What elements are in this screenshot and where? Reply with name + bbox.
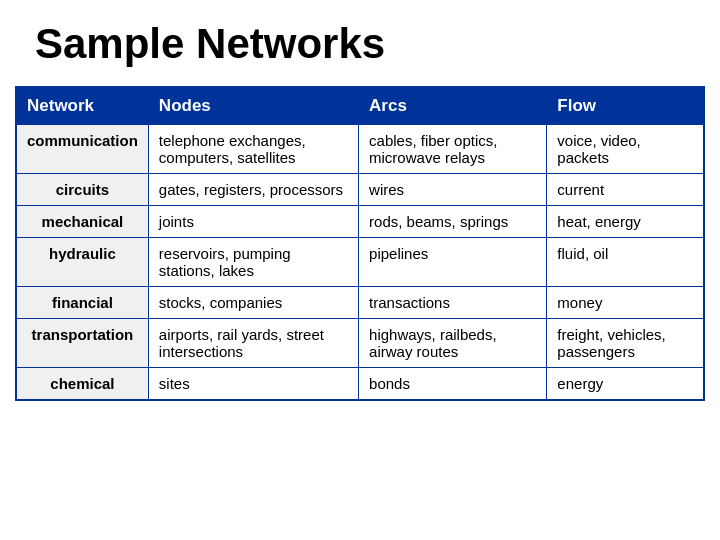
cell-flow: current xyxy=(547,174,704,206)
col-header-network: Network xyxy=(16,87,148,125)
table-row: circuitsgates, registers, processorswire… xyxy=(16,174,704,206)
col-header-nodes: Nodes xyxy=(148,87,358,125)
networks-table: Network Nodes Arcs Flow communicationtel… xyxy=(15,86,705,401)
page-title: Sample Networks xyxy=(15,20,385,68)
cell-network: hydraulic xyxy=(16,238,148,287)
cell-flow: voice, video, packets xyxy=(547,125,704,174)
cell-arcs: wires xyxy=(359,174,547,206)
cell-nodes: telephone exchanges, computers, satellit… xyxy=(148,125,358,174)
cell-nodes: reservoirs, pumping stations, lakes xyxy=(148,238,358,287)
cell-arcs: bonds xyxy=(359,368,547,401)
cell-flow: heat, energy xyxy=(547,206,704,238)
col-header-arcs: Arcs xyxy=(359,87,547,125)
cell-network: chemical xyxy=(16,368,148,401)
cell-nodes: airports, rail yards, street intersectio… xyxy=(148,319,358,368)
cell-nodes: stocks, companies xyxy=(148,287,358,319)
cell-network: mechanical xyxy=(16,206,148,238)
cell-flow: freight, vehicles, passengers xyxy=(547,319,704,368)
cell-flow: money xyxy=(547,287,704,319)
cell-nodes: gates, registers, processors xyxy=(148,174,358,206)
cell-network: circuits xyxy=(16,174,148,206)
table-row: mechanicaljointsrods, beams, springsheat… xyxy=(16,206,704,238)
cell-network: transportation xyxy=(16,319,148,368)
table-row: transportationairports, rail yards, stre… xyxy=(16,319,704,368)
col-header-flow: Flow xyxy=(547,87,704,125)
table-row: communicationtelephone exchanges, comput… xyxy=(16,125,704,174)
cell-arcs: highways, railbeds, airway routes xyxy=(359,319,547,368)
cell-nodes: sites xyxy=(148,368,358,401)
cell-nodes: joints xyxy=(148,206,358,238)
cell-flow: energy xyxy=(547,368,704,401)
table-row: hydraulicreservoirs, pumping stations, l… xyxy=(16,238,704,287)
cell-arcs: cables, fiber optics, microwave relays xyxy=(359,125,547,174)
table-row: chemicalsitesbondsenergy xyxy=(16,368,704,401)
cell-arcs: rods, beams, springs xyxy=(359,206,547,238)
table-row: financialstocks, companiestransactionsmo… xyxy=(16,287,704,319)
cell-arcs: pipelines xyxy=(359,238,547,287)
cell-network: communication xyxy=(16,125,148,174)
cell-network: financial xyxy=(16,287,148,319)
cell-flow: fluid, oil xyxy=(547,238,704,287)
cell-arcs: transactions xyxy=(359,287,547,319)
